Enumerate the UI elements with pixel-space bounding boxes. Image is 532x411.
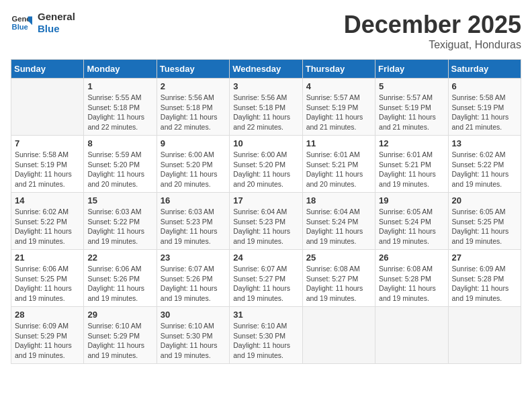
calendar-cell: 24Sunrise: 6:07 AM Sunset: 5:27 PM Dayli… [230, 250, 302, 307]
day-info: Sunrise: 5:58 AM Sunset: 5:19 PM Dayligh… [15, 150, 80, 189]
header-friday: Friday [375, 60, 448, 79]
day-number: 16 [161, 195, 226, 205]
calendar-cell [375, 307, 448, 364]
day-info: Sunrise: 6:09 AM Sunset: 5:28 PM Dayligh… [452, 264, 517, 304]
day-number: 6 [452, 81, 517, 91]
calendar-cell: 6Sunrise: 5:58 AM Sunset: 5:19 PM Daylig… [448, 79, 521, 136]
title-section: December 2025 Texiguat, Honduras [344, 11, 521, 51]
calendar-cell [448, 307, 521, 364]
calendar-cell: 16Sunrise: 6:03 AM Sunset: 5:23 PM Dayli… [157, 193, 229, 250]
day-number: 30 [161, 310, 226, 320]
logo-text-blue: Blue [38, 23, 75, 35]
header-tuesday: Tuesday [157, 60, 229, 79]
day-number: 21 [15, 253, 80, 263]
day-number: 3 [233, 81, 298, 91]
calendar-cell: 7Sunrise: 5:58 AM Sunset: 5:19 PM Daylig… [11, 136, 84, 193]
day-info: Sunrise: 6:00 AM Sunset: 5:20 PM Dayligh… [161, 150, 226, 189]
day-info: Sunrise: 5:56 AM Sunset: 5:18 PM Dayligh… [233, 93, 298, 132]
day-number: 15 [87, 195, 152, 205]
day-info: Sunrise: 6:03 AM Sunset: 5:22 PM Dayligh… [87, 207, 152, 246]
logo: General Blue General Blue [11, 11, 75, 35]
calendar-week-row: 28Sunrise: 6:09 AM Sunset: 5:29 PM Dayli… [11, 307, 521, 364]
location-subtitle: Texiguat, Honduras [344, 39, 521, 51]
day-info: Sunrise: 6:05 AM Sunset: 5:25 PM Dayligh… [452, 207, 517, 246]
svg-marker-2 [28, 16, 32, 25]
calendar-table: SundayMondayTuesdayWednesdayThursdayFrid… [11, 59, 521, 364]
day-number: 11 [306, 138, 371, 148]
day-info: Sunrise: 6:01 AM Sunset: 5:21 PM Dayligh… [379, 150, 444, 189]
day-number: 10 [233, 138, 298, 148]
calendar-cell [302, 307, 375, 364]
calendar-header-row: SundayMondayTuesdayWednesdayThursdayFrid… [11, 60, 521, 79]
day-number: 26 [379, 253, 444, 263]
day-info: Sunrise: 6:10 AM Sunset: 5:30 PM Dayligh… [233, 321, 298, 361]
day-info: Sunrise: 5:57 AM Sunset: 5:19 PM Dayligh… [306, 93, 371, 132]
calendar-cell: 14Sunrise: 6:02 AM Sunset: 5:22 PM Dayli… [11, 193, 84, 250]
calendar-cell: 27Sunrise: 6:09 AM Sunset: 5:28 PM Dayli… [448, 250, 521, 307]
day-number: 28 [15, 310, 80, 320]
calendar-cell: 3Sunrise: 5:56 AM Sunset: 5:18 PM Daylig… [230, 79, 302, 136]
day-number: 12 [379, 138, 444, 148]
day-info: Sunrise: 5:55 AM Sunset: 5:18 PM Dayligh… [87, 93, 152, 132]
day-number: 20 [452, 195, 517, 205]
calendar-cell: 9Sunrise: 6:00 AM Sunset: 5:20 PM Daylig… [157, 136, 229, 193]
logo-icon: General Blue [11, 12, 32, 34]
day-info: Sunrise: 5:57 AM Sunset: 5:19 PM Dayligh… [379, 93, 444, 132]
calendar-cell: 18Sunrise: 6:04 AM Sunset: 5:24 PM Dayli… [302, 193, 375, 250]
day-number: 29 [87, 310, 152, 320]
day-info: Sunrise: 6:07 AM Sunset: 5:27 PM Dayligh… [233, 264, 298, 304]
day-number: 17 [233, 195, 298, 205]
calendar-body: 1Sunrise: 5:55 AM Sunset: 5:18 PM Daylig… [11, 79, 521, 364]
day-info: Sunrise: 5:56 AM Sunset: 5:18 PM Dayligh… [161, 93, 226, 132]
day-number: 5 [379, 81, 444, 91]
calendar-cell [11, 79, 84, 136]
calendar-cell: 22Sunrise: 6:06 AM Sunset: 5:26 PM Dayli… [84, 250, 157, 307]
day-number: 14 [15, 195, 80, 205]
header-monday: Monday [84, 60, 157, 79]
day-info: Sunrise: 6:02 AM Sunset: 5:22 PM Dayligh… [452, 150, 517, 189]
calendar-week-row: 21Sunrise: 6:06 AM Sunset: 5:25 PM Dayli… [11, 250, 521, 307]
day-info: Sunrise: 6:09 AM Sunset: 5:29 PM Dayligh… [15, 321, 80, 361]
calendar-cell: 10Sunrise: 6:00 AM Sunset: 5:20 PM Dayli… [230, 136, 302, 193]
day-number: 8 [87, 138, 152, 148]
day-number: 2 [161, 81, 226, 91]
calendar-cell: 13Sunrise: 6:02 AM Sunset: 5:22 PM Dayli… [448, 136, 521, 193]
day-info: Sunrise: 6:04 AM Sunset: 5:23 PM Dayligh… [233, 207, 298, 246]
month-year-title: December 2025 [344, 11, 521, 39]
calendar-cell: 4Sunrise: 5:57 AM Sunset: 5:19 PM Daylig… [302, 79, 375, 136]
calendar-cell: 5Sunrise: 5:57 AM Sunset: 5:19 PM Daylig… [375, 79, 448, 136]
day-info: Sunrise: 5:58 AM Sunset: 5:19 PM Dayligh… [452, 93, 517, 132]
day-number: 13 [452, 138, 517, 148]
header-wednesday: Wednesday [230, 60, 302, 79]
calendar-cell: 19Sunrise: 6:05 AM Sunset: 5:24 PM Dayli… [375, 193, 448, 250]
calendar-cell: 25Sunrise: 6:08 AM Sunset: 5:27 PM Dayli… [302, 250, 375, 307]
header-sunday: Sunday [11, 60, 84, 79]
calendar-week-row: 7Sunrise: 5:58 AM Sunset: 5:19 PM Daylig… [11, 136, 521, 193]
day-number: 24 [233, 253, 298, 263]
day-info: Sunrise: 6:10 AM Sunset: 5:30 PM Dayligh… [161, 321, 226, 361]
calendar-cell: 29Sunrise: 6:10 AM Sunset: 5:29 PM Dayli… [84, 307, 157, 364]
day-number: 22 [87, 253, 152, 263]
logo-text-general: General [38, 11, 75, 23]
day-info: Sunrise: 6:07 AM Sunset: 5:26 PM Dayligh… [161, 264, 226, 304]
calendar-week-row: 1Sunrise: 5:55 AM Sunset: 5:18 PM Daylig… [11, 79, 521, 136]
calendar-cell: 11Sunrise: 6:01 AM Sunset: 5:21 PM Dayli… [302, 136, 375, 193]
day-number: 31 [233, 310, 298, 320]
day-number: 27 [452, 253, 517, 263]
day-number: 18 [306, 195, 371, 205]
day-info: Sunrise: 6:10 AM Sunset: 5:29 PM Dayligh… [87, 321, 152, 361]
calendar-cell: 23Sunrise: 6:07 AM Sunset: 5:26 PM Dayli… [157, 250, 229, 307]
day-info: Sunrise: 6:08 AM Sunset: 5:28 PM Dayligh… [379, 264, 444, 304]
page-header: General Blue General Blue December 2025 … [11, 11, 521, 51]
calendar-week-row: 14Sunrise: 6:02 AM Sunset: 5:22 PM Dayli… [11, 193, 521, 250]
day-info: Sunrise: 6:02 AM Sunset: 5:22 PM Dayligh… [15, 207, 80, 246]
calendar-cell: 1Sunrise: 5:55 AM Sunset: 5:18 PM Daylig… [84, 79, 157, 136]
day-number: 1 [87, 81, 152, 91]
calendar-cell: 2Sunrise: 5:56 AM Sunset: 5:18 PM Daylig… [157, 79, 229, 136]
day-number: 19 [379, 195, 444, 205]
day-info: Sunrise: 6:04 AM Sunset: 5:24 PM Dayligh… [306, 207, 371, 246]
header-saturday: Saturday [448, 60, 521, 79]
day-info: Sunrise: 6:00 AM Sunset: 5:20 PM Dayligh… [233, 150, 298, 189]
day-info: Sunrise: 6:01 AM Sunset: 5:21 PM Dayligh… [306, 150, 371, 189]
header-thursday: Thursday [302, 60, 375, 79]
